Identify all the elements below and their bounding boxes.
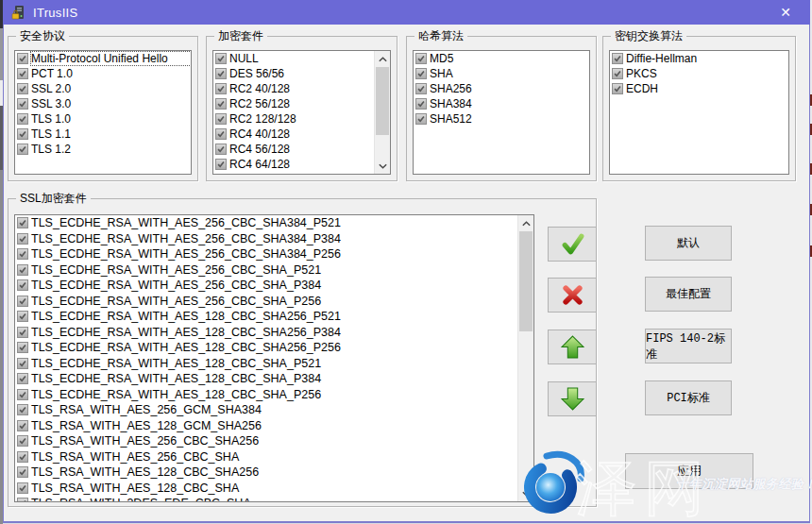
checkbox-checked-icon[interactable] bbox=[17, 498, 28, 502]
list-item[interactable]: TLS_ECDHE_RSA_WITH_AES_256_CBC_SHA384_P5… bbox=[15, 215, 533, 231]
checkbox-checked-icon[interactable] bbox=[215, 98, 227, 110]
checkbox-checked-icon[interactable] bbox=[415, 83, 427, 94]
titlebar[interactable]: ITrusIIS ✕ bbox=[3, 0, 810, 25]
list-item[interactable]: TLS 1.2 bbox=[15, 142, 191, 157]
checkbox-checked-icon[interactable] bbox=[17, 144, 28, 155]
list-item[interactable]: ECDH bbox=[610, 81, 788, 96]
checkbox-checked-icon[interactable] bbox=[215, 128, 227, 140]
list-item[interactable]: NULL bbox=[213, 51, 390, 66]
list-item[interactable]: RC4 64/128 bbox=[213, 157, 390, 172]
list-item[interactable]: TLS_RSA_WITH_3DES_EDE_CBC_SHA bbox=[15, 496, 533, 502]
list-item[interactable]: SHA384 bbox=[414, 96, 589, 111]
apply-button[interactable]: 应用 bbox=[625, 453, 753, 489]
list-item[interactable]: TLS_ECDHE_RSA_WITH_AES_128_CBC_SHA_P256 bbox=[15, 387, 533, 403]
list-item[interactable]: RC2 56/128 bbox=[213, 96, 390, 111]
checkbox-checked-icon[interactable] bbox=[415, 68, 427, 79]
checkbox-checked-icon[interactable] bbox=[612, 53, 623, 64]
list-item[interactable]: SSL 2.0 bbox=[15, 81, 191, 96]
checkbox-checked-icon[interactable] bbox=[17, 233, 28, 245]
list-item[interactable]: SHA512 bbox=[414, 111, 589, 127]
checkbox-checked-icon[interactable] bbox=[17, 68, 28, 79]
move-down-button[interactable] bbox=[548, 381, 597, 416]
checkbox-checked-icon[interactable] bbox=[612, 83, 623, 94]
checkbox-checked-icon[interactable] bbox=[215, 144, 227, 155]
list-item[interactable]: RC4 40/128 bbox=[213, 127, 390, 142]
default-button[interactable]: 默认 bbox=[645, 226, 732, 261]
checkbox-checked-icon[interactable] bbox=[17, 451, 28, 463]
keyexchange-list[interactable]: Diffie-HellmanPKCSECDH bbox=[609, 50, 789, 175]
hash-list[interactable]: MD5SHASHA256SHA384SHA512 bbox=[413, 50, 590, 175]
scrollbar-thumb[interactable] bbox=[519, 231, 533, 331]
remove-button[interactable] bbox=[548, 278, 597, 313]
checkbox-checked-icon[interactable] bbox=[17, 217, 28, 228]
scrollbar-thumb[interactable] bbox=[376, 67, 389, 135]
checkbox-checked-icon[interactable] bbox=[17, 248, 28, 260]
list-item[interactable]: TLS_ECDHE_RSA_WITH_AES_256_CBC_SHA_P521 bbox=[15, 262, 533, 279]
checkbox-checked-icon[interactable] bbox=[17, 113, 28, 125]
checkbox-checked-icon[interactable] bbox=[17, 327, 28, 338]
checkbox-checked-icon[interactable] bbox=[17, 296, 28, 307]
pci-standard-button[interactable]: PCI标准 bbox=[645, 380, 732, 415]
checkbox-checked-icon[interactable] bbox=[17, 482, 28, 494]
checkbox-checked-icon[interactable] bbox=[215, 113, 227, 125]
checkbox-checked-icon[interactable] bbox=[17, 404, 28, 415]
list-item[interactable]: TLS 1.1 bbox=[15, 127, 191, 142]
list-item[interactable]: Diffie-Hellman bbox=[610, 51, 788, 66]
scrollbar-down-icon[interactable] bbox=[518, 485, 533, 501]
list-item[interactable]: TLS_ECDHE_RSA_WITH_AES_128_CBC_SHA256_P3… bbox=[15, 325, 533, 341]
list-item[interactable]: TLS_ECDHE_RSA_WITH_AES_128_CBC_SHA256_P2… bbox=[15, 340, 533, 356]
checkbox-checked-icon[interactable] bbox=[17, 466, 28, 478]
checkbox-checked-icon[interactable] bbox=[17, 342, 28, 353]
list-item[interactable]: RC2 128/128 bbox=[213, 111, 390, 127]
checkbox-checked-icon[interactable] bbox=[17, 98, 28, 110]
list-item[interactable]: RC4 56/128 bbox=[213, 142, 390, 157]
checkbox-checked-icon[interactable] bbox=[17, 279, 28, 291]
checkbox-checked-icon[interactable] bbox=[17, 389, 28, 400]
list-item[interactable]: SHA256 bbox=[414, 81, 589, 96]
best-config-button[interactable]: 最佳配置 bbox=[645, 277, 732, 312]
scrollbar[interactable] bbox=[517, 215, 533, 501]
move-up-button[interactable] bbox=[548, 330, 597, 364]
checkbox-checked-icon[interactable] bbox=[17, 373, 28, 384]
checkbox-checked-icon[interactable] bbox=[215, 159, 227, 170]
checkbox-checked-icon[interactable] bbox=[17, 435, 28, 447]
checkbox-checked-icon[interactable] bbox=[612, 68, 623, 79]
checkbox-checked-icon[interactable] bbox=[17, 83, 28, 94]
confirm-button[interactable] bbox=[548, 227, 597, 262]
list-item[interactable]: TLS 1.0 bbox=[15, 111, 191, 127]
list-item[interactable]: TLS_ECDHE_RSA_WITH_AES_256_CBC_SHA384_P2… bbox=[15, 246, 533, 262]
checkbox-checked-icon[interactable] bbox=[17, 311, 28, 322]
checkbox-checked-icon[interactable] bbox=[215, 68, 227, 79]
list-item[interactable]: TLS_RSA_WITH_AES_128_GCM_SHA256 bbox=[15, 418, 533, 434]
list-item[interactable]: SSL 3.0 bbox=[15, 96, 191, 111]
checkbox-checked-icon[interactable] bbox=[415, 113, 427, 125]
checkbox-checked-icon[interactable] bbox=[17, 358, 28, 369]
list-item[interactable]: TLS_ECDHE_RSA_WITH_AES_128_CBC_SHA_P384 bbox=[15, 371, 533, 387]
scrollbar[interactable] bbox=[374, 51, 390, 174]
list-item[interactable]: MD5 bbox=[414, 51, 589, 66]
list-item[interactable]: SHA bbox=[414, 66, 589, 81]
list-item[interactable]: Multi-Protocol Unified Hello bbox=[15, 51, 191, 66]
list-item[interactable]: TLS_ECDHE_RSA_WITH_AES_128_CBC_SHA_P521 bbox=[15, 356, 533, 372]
list-item[interactable]: RC2 40/128 bbox=[213, 81, 390, 96]
checkbox-checked-icon[interactable] bbox=[17, 420, 28, 431]
list-item[interactable]: TLS_RSA_WITH_AES_256_GCM_SHA384 bbox=[15, 402, 533, 418]
checkbox-checked-icon[interactable] bbox=[17, 53, 28, 64]
list-item[interactable]: TLS_RSA_WITH_AES_256_CBC_SHA bbox=[15, 449, 533, 465]
checkbox-checked-icon[interactable] bbox=[215, 83, 227, 94]
checkbox-checked-icon[interactable] bbox=[415, 98, 427, 110]
list-item[interactable]: TLS_ECDHE_RSA_WITH_AES_256_CBC_SHA_P256 bbox=[15, 294, 533, 310]
scrollbar-up-icon[interactable] bbox=[375, 51, 390, 67]
list-item[interactable]: TLS_ECDHE_RSA_WITH_AES_128_CBC_SHA256_P5… bbox=[15, 309, 533, 325]
checkbox-checked-icon[interactable] bbox=[215, 174, 227, 175]
checkbox-checked-icon[interactable] bbox=[17, 128, 28, 140]
cipher-list[interactable]: NULLDES 56/56RC2 40/128RC2 56/128RC2 128… bbox=[212, 50, 391, 175]
ssl-suite-list[interactable]: TLS_ECDHE_RSA_WITH_AES_256_CBC_SHA384_P5… bbox=[14, 214, 534, 502]
list-item[interactable]: RC4 128/128 bbox=[213, 172, 390, 175]
list-item[interactable]: TLS_RSA_WITH_AES_128_CBC_SHA bbox=[15, 481, 533, 497]
list-item[interactable]: TLS_RSA_WITH_AES_256_CBC_SHA256 bbox=[15, 433, 533, 449]
list-item[interactable]: PCT 1.0 bbox=[15, 66, 191, 81]
close-button[interactable]: ✕ bbox=[769, 0, 803, 25]
checkbox-checked-icon[interactable] bbox=[215, 53, 227, 64]
checkbox-checked-icon[interactable] bbox=[415, 53, 427, 64]
